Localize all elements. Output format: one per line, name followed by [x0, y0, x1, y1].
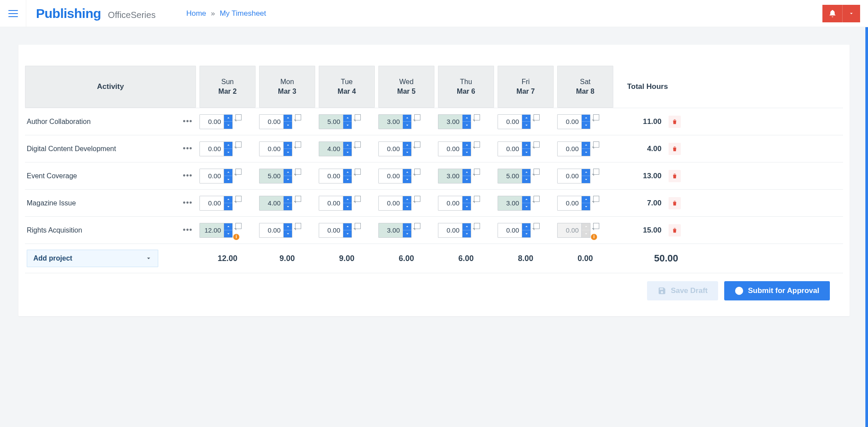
row-actions-button[interactable]: •••	[183, 226, 192, 235]
save-draft-button[interactable]: Save Draft	[647, 281, 718, 300]
note-icon[interactable]	[355, 141, 361, 148]
hour-decrement-button[interactable]	[462, 230, 471, 237]
breadcrumb-current[interactable]: My Timesheet	[220, 9, 266, 18]
hour-input[interactable]	[498, 142, 522, 156]
hour-input[interactable]	[558, 196, 581, 210]
hour-decrement-button[interactable]	[284, 149, 292, 156]
submit-approval-button[interactable]: Submit for Approval	[724, 281, 830, 300]
hour-decrement-button[interactable]	[284, 122, 292, 129]
row-actions-button[interactable]: •••	[183, 144, 192, 153]
hour-decrement-button[interactable]	[403, 122, 411, 129]
delete-row-button[interactable]	[669, 170, 681, 182]
hour-decrement-button[interactable]	[284, 176, 292, 183]
hour-decrement-button[interactable]	[522, 203, 530, 210]
note-icon[interactable]	[414, 196, 420, 202]
note-icon[interactable]	[295, 114, 301, 120]
delete-row-button[interactable]	[669, 143, 681, 155]
hour-increment-button[interactable]	[284, 115, 292, 122]
hour-increment-button[interactable]	[403, 115, 411, 122]
hour-input[interactable]	[319, 169, 343, 183]
hour-input[interactable]	[558, 142, 581, 156]
row-actions-button[interactable]: •••	[183, 117, 192, 126]
hour-increment-button[interactable]	[403, 142, 411, 149]
note-icon[interactable]	[593, 169, 599, 175]
hour-input[interactable]	[498, 223, 522, 237]
hour-increment-button[interactable]	[522, 223, 530, 231]
hour-decrement-button[interactable]	[582, 203, 590, 210]
hour-decrement-button[interactable]	[582, 149, 590, 156]
hour-increment-button[interactable]	[462, 196, 471, 204]
hour-input[interactable]	[319, 142, 343, 156]
hour-decrement-button[interactable]	[582, 122, 590, 129]
delete-row-button[interactable]	[669, 197, 681, 209]
hour-decrement-button[interactable]	[284, 203, 292, 210]
hour-increment-button[interactable]	[582, 115, 590, 122]
hour-increment-button[interactable]	[582, 142, 590, 149]
hour-increment-button[interactable]	[343, 115, 352, 122]
hour-increment-button[interactable]	[403, 196, 411, 204]
hour-input[interactable]	[438, 169, 462, 183]
hour-input[interactable]	[379, 115, 402, 129]
hour-input[interactable]	[379, 169, 402, 183]
note-icon[interactable]	[593, 223, 599, 229]
note-icon[interactable]	[235, 141, 242, 148]
hour-input[interactable]	[260, 169, 283, 183]
hour-input[interactable]	[558, 169, 581, 183]
hour-decrement-button[interactable]	[343, 230, 352, 237]
note-icon[interactable]	[474, 114, 480, 120]
hour-decrement-button[interactable]	[462, 203, 471, 210]
hour-input[interactable]	[260, 142, 283, 156]
hour-decrement-button[interactable]	[462, 176, 471, 183]
hour-increment-button[interactable]	[522, 169, 530, 176]
hour-decrement-button[interactable]	[224, 176, 232, 183]
note-icon[interactable]	[414, 169, 420, 175]
note-icon[interactable]	[534, 196, 540, 202]
hour-increment-button[interactable]	[343, 142, 352, 149]
notifications-dropdown-button[interactable]	[843, 5, 860, 22]
note-icon[interactable]	[235, 114, 242, 120]
hour-input[interactable]	[200, 115, 224, 129]
hour-increment-button[interactable]	[284, 169, 292, 176]
hour-input[interactable]	[200, 169, 224, 183]
note-icon[interactable]	[534, 223, 540, 229]
note-icon[interactable]	[593, 114, 599, 120]
note-icon[interactable]	[235, 223, 242, 229]
hour-decrement-button[interactable]	[462, 149, 471, 156]
hour-decrement-button[interactable]	[343, 149, 352, 156]
note-icon[interactable]	[295, 223, 301, 229]
note-icon[interactable]	[414, 141, 420, 148]
hour-increment-button[interactable]	[462, 142, 471, 149]
hour-increment-button[interactable]	[224, 142, 232, 149]
hour-increment-button[interactable]	[224, 223, 232, 231]
hour-increment-button[interactable]	[284, 196, 292, 204]
main-menu-button[interactable]	[0, 0, 26, 27]
hour-decrement-button[interactable]	[582, 176, 590, 183]
hour-input[interactable]	[319, 223, 343, 237]
note-icon[interactable]	[534, 141, 540, 148]
hour-increment-button[interactable]	[462, 115, 471, 122]
hour-decrement-button[interactable]	[343, 176, 352, 183]
hour-increment-button[interactable]	[462, 169, 471, 176]
hour-decrement-button[interactable]	[284, 230, 292, 237]
hour-input[interactable]	[200, 196, 224, 210]
note-icon[interactable]	[355, 223, 361, 229]
note-icon[interactable]	[295, 169, 301, 175]
hour-increment-button[interactable]	[522, 142, 530, 149]
note-icon[interactable]	[235, 169, 242, 175]
hour-input[interactable]	[438, 115, 462, 129]
hour-input[interactable]	[260, 223, 283, 237]
hour-increment-button[interactable]	[224, 196, 232, 204]
note-icon[interactable]	[593, 196, 599, 202]
note-icon[interactable]	[295, 141, 301, 148]
hour-decrement-button[interactable]	[224, 203, 232, 210]
hour-input[interactable]	[498, 115, 522, 129]
note-icon[interactable]	[474, 169, 480, 175]
note-icon[interactable]	[355, 196, 361, 202]
hour-decrement-button[interactable]	[403, 203, 411, 210]
hour-decrement-button[interactable]	[462, 122, 471, 129]
hour-increment-button[interactable]	[343, 196, 352, 204]
hour-input[interactable]	[498, 196, 522, 210]
hour-decrement-button[interactable]	[522, 149, 530, 156]
note-icon[interactable]	[414, 114, 420, 120]
row-actions-button[interactable]: •••	[183, 198, 192, 208]
